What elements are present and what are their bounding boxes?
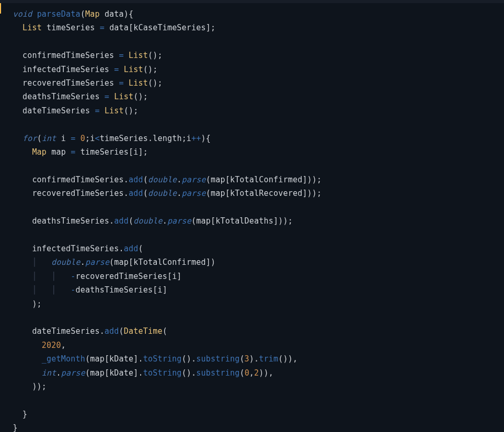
code-blank-line <box>3 120 8 129</box>
code-line: void parseData(Map data){ <box>3 9 133 19</box>
code-blank-line <box>3 313 8 322</box>
code-line: 2020, <box>3 341 66 350</box>
code-line: recoveredTimeSeries.add(double.parse(map… <box>3 189 322 198</box>
code-line: for(int i = 0;i<timeSeries.length;i++){ <box>3 134 211 143</box>
code-line: dateTimeSeries = List(); <box>3 106 139 115</box>
code-line: confirmedTimeSeries = List(); <box>3 51 163 60</box>
code-blank-line <box>3 395 8 405</box>
indent-guide: │ <box>32 258 37 267</box>
code-line: dateTimeSeries.add(DateTime( <box>3 326 167 336</box>
code-line: } <box>3 423 18 432</box>
code-line: } <box>3 410 27 419</box>
code-line: deathsTimeSeries = List(); <box>3 92 148 101</box>
code-line: )); <box>3 382 47 391</box>
code-line: deathsTimeSeries.add(double.parse(map[kT… <box>3 216 293 226</box>
code-line: int.parse(map[kDate].toString().substrin… <box>3 368 273 378</box>
text-cursor <box>0 3 1 14</box>
code-line: Map map = timeSeries[i]; <box>3 147 148 157</box>
code-blank-line <box>3 161 8 170</box>
code-blank-line <box>3 230 8 240</box>
code-line: ); <box>3 299 42 309</box>
code-line: confirmedTimeSeries.add(double.parse(map… <box>3 175 322 184</box>
code-line: infectedTimeSeries = List(); <box>3 65 157 74</box>
code-blank-line <box>3 37 8 46</box>
indent-guide: │ <box>51 272 56 281</box>
code-line: │ │ -recoveredTimeSeries[i] <box>3 272 182 281</box>
indent-guide: │ <box>32 272 37 281</box>
code-line: │ │ -deathsTimeSeries[i] <box>3 285 167 295</box>
code-line: recoveredTimeSeries = List(); <box>3 78 163 88</box>
indent-guide: │ <box>51 285 56 295</box>
code-editor-content[interactable]: void parseData(Map data){ List timeSerie… <box>0 3 504 432</box>
code-line: │ double.parse(map[kTotalConfirmed]) <box>3 258 215 267</box>
code-line: List timeSeries = data[kCaseTimeSeries]; <box>3 23 215 32</box>
indent-guide: │ <box>32 285 37 295</box>
code-blank-line <box>3 203 8 212</box>
code-line: infectedTimeSeries.add( <box>3 244 143 253</box>
code-line: _getMonth(map[kDate].toString().substrin… <box>3 354 297 364</box>
